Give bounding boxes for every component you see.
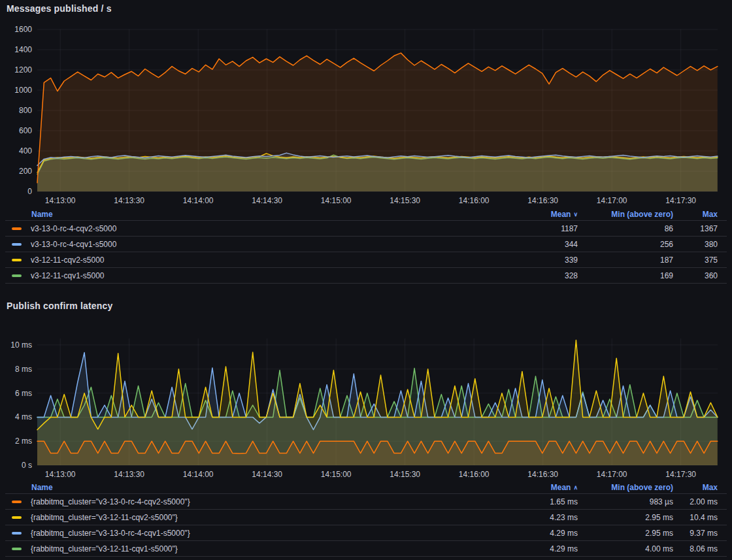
x-tick-label: 14:13:30 [114, 196, 144, 205]
legend-max-value: 375 [673, 255, 727, 265]
legend-col-min[interactable]: Min (above zero) [587, 483, 673, 492]
legend-mean-value: 4.29 ms [508, 544, 587, 553]
y-tick-label: 400 [19, 146, 32, 156]
series-color-swatch[interactable] [12, 516, 22, 519]
x-tick-label: 14:15:00 [321, 196, 352, 205]
series-name[interactable]: v3-13-0-rc-4-cqv2-s5000 [31, 224, 116, 233]
x-tick-label: 14:14:00 [183, 470, 214, 479]
y-tick-label: 1600 [14, 25, 32, 34]
sort-caret-icon: ∧ [573, 484, 578, 491]
x-tick-label: 14:17:00 [597, 196, 627, 205]
legend-mean-value: 4.29 ms [508, 529, 587, 538]
legend-col-mean-label: Mean [551, 483, 571, 492]
series-name[interactable]: v3-13-0-rc-4-cqv1-s5000 [31, 240, 116, 249]
legend-row: v3-12-11-cqv2-s5000339187375 [5, 252, 727, 268]
legend-col-name[interactable]: Name [5, 210, 508, 219]
series-name[interactable]: v3-12-11-cqv2-s5000 [31, 255, 105, 265]
legend-row: {rabbitmq_cluster="v3-12-11-cqv1-s5000"}… [5, 541, 727, 557]
y-tick-label: 8 ms [15, 365, 32, 374]
x-tick-label: 14:15:00 [321, 470, 352, 479]
legend-max-value: 380 [673, 240, 727, 249]
legend-col-mean-label: Mean [551, 210, 571, 219]
y-tick-label: 1000 [14, 86, 32, 95]
series-color-swatch[interactable] [12, 227, 22, 230]
legend-row: {rabbitmq_cluster="v3-13-0-rc-4-cqv1-s50… [5, 525, 727, 541]
grafana-dashboard: Messages published / s 02004006008001000… [0, 0, 732, 560]
x-tick-label: 14:15:30 [390, 196, 420, 205]
x-tick-label: 14:16:30 [527, 196, 558, 205]
legend-publish-confirm-latency: Name Mean∧ Min (above zero) Max {rabbitm… [5, 481, 727, 557]
x-tick-label: 14:13:00 [45, 470, 76, 479]
y-tick-label: 0 [27, 187, 32, 196]
legend-mean-value: 1.65 ms [508, 497, 587, 506]
legend-row: v3-13-0-rc-4-cqv1-s5000344256380 [5, 237, 727, 252]
y-tick-label: 600 [19, 126, 32, 135]
y-tick-label: 1400 [14, 45, 32, 54]
series-color-swatch[interactable] [12, 532, 22, 535]
x-tick-label: 14:13:00 [45, 196, 76, 205]
sort-caret-icon: ∨ [573, 211, 578, 218]
series-name[interactable]: {rabbitmq_cluster="v3-12-11-cqv1-s5000"} [31, 544, 178, 553]
legend-min-value: 187 [587, 255, 673, 265]
legend-mean-value: 1187 [508, 224, 587, 233]
series-name[interactable]: v3-12-11-cqv1-s5000 [31, 271, 105, 280]
x-tick-label: 14:14:00 [183, 196, 214, 205]
legend-min-value: 2.95 ms [587, 513, 673, 522]
legend-rows: v3-13-0-rc-4-cqv2-s50001187861367v3-13-0… [5, 221, 727, 284]
x-tick-label: 14:17:30 [665, 470, 696, 479]
x-tick-label: 14:14:30 [252, 470, 282, 479]
series-color-swatch[interactable] [12, 501, 22, 503]
legend-row: v3-12-11-cqv1-s5000328169360 [5, 268, 727, 284]
legend-col-mean[interactable]: Mean∨ [508, 210, 587, 219]
legend-min-value: 86 [587, 224, 673, 233]
legend-mean-value: 344 [508, 240, 587, 249]
legend-row: v3-13-0-rc-4-cqv2-s50001187861367 [5, 221, 727, 237]
legend-row: {rabbitmq_cluster="v3-13-0-rc-4-cqv2-s50… [5, 494, 727, 510]
x-tick-label: 14:16:00 [459, 196, 490, 205]
legend-col-name[interactable]: Name [5, 483, 508, 492]
y-tick-label: 10 ms [10, 340, 32, 350]
y-tick-label: 200 [19, 167, 32, 176]
legend-col-max[interactable]: Max [673, 210, 727, 219]
series-color-swatch[interactable] [12, 548, 22, 550]
legend-min-value: 256 [587, 240, 673, 249]
series-name[interactable]: {rabbitmq_cluster="v3-12-11-cqv2-s5000"} [31, 513, 178, 522]
x-tick-label: 14:15:30 [390, 470, 420, 479]
legend-mean-value: 4.23 ms [508, 513, 587, 522]
legend-header: Name Mean∨ Min (above zero) Max [5, 208, 727, 221]
y-tick-label: 4 ms [15, 412, 32, 421]
messages-published-chart[interactable]: 0200400600800100012001400160014:13:0014:… [0, 20, 732, 208]
series-color-swatch[interactable] [12, 259, 22, 261]
legend-header: Name Mean∧ Min (above zero) Max [5, 481, 727, 494]
legend-row: {rabbitmq_cluster="v3-12-11-cqv2-s5000"}… [5, 510, 727, 525]
x-tick-label: 14:16:00 [459, 470, 490, 479]
legend-min-value: 983 µs [587, 497, 673, 506]
y-tick-label: 6 ms [15, 389, 32, 398]
legend-messages-published: Name Mean∨ Min (above zero) Max v3-13-0-… [5, 208, 727, 284]
y-tick-label: 0 s [22, 461, 32, 470]
legend-min-value: 4.00 ms [587, 544, 673, 553]
series-color-swatch[interactable] [12, 274, 22, 277]
x-tick-label: 14:13:30 [114, 470, 144, 479]
y-tick-label: 2 ms [15, 436, 32, 446]
publish-confirm-latency-chart[interactable]: 0 s2 ms4 ms6 ms8 ms10 ms14:13:0014:13:30… [0, 327, 732, 481]
x-tick-label: 14:17:30 [665, 196, 696, 205]
legend-max-value: 8.06 ms [673, 544, 727, 553]
legend-max-value: 2.00 ms [673, 497, 727, 506]
legend-col-max[interactable]: Max [673, 483, 727, 492]
legend-min-value: 169 [587, 271, 673, 280]
y-tick-label: 1200 [14, 65, 32, 74]
series-name[interactable]: {rabbitmq_cluster="v3-13-0-rc-4-cqv2-s50… [31, 497, 190, 506]
legend-mean-value: 339 [508, 255, 587, 265]
panel-title-publish-confirm-latency[interactable]: Publish confirm latency [7, 301, 113, 311]
panel-title-messages-published[interactable]: Messages published / s [7, 3, 112, 14]
legend-col-mean[interactable]: Mean∧ [508, 483, 587, 492]
series-color-swatch[interactable] [12, 243, 22, 246]
legend-col-min[interactable]: Min (above zero) [587, 210, 673, 219]
legend-mean-value: 328 [508, 271, 587, 280]
legend-rows: {rabbitmq_cluster="v3-13-0-rc-4-cqv2-s50… [5, 494, 727, 557]
legend-max-value: 360 [673, 271, 727, 280]
x-tick-label: 14:14:30 [252, 196, 282, 205]
legend-max-value: 1367 [673, 224, 727, 233]
series-name[interactable]: {rabbitmq_cluster="v3-13-0-rc-4-cqv1-s50… [31, 529, 190, 538]
